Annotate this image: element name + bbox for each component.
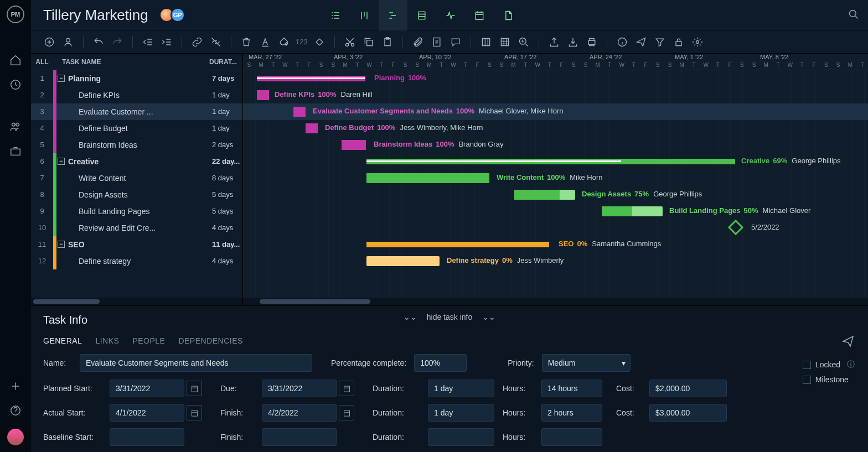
planned-duration-input[interactable] [428,380,494,397]
settings-icon[interactable] [689,34,706,50]
gantt-scrollbar[interactable] [243,298,868,305]
actual-start-input[interactable] [110,404,184,422]
list-view-icon[interactable] [321,0,350,30]
gantt-row[interactable]: Define Budget100%Jess Wimberly, Mike Hor… [243,120,868,137]
people-icon[interactable] [9,121,22,133]
help-icon[interactable] [9,404,22,417]
locked-checkbox[interactable]: Lockedⓘ [803,360,855,370]
plus-icon[interactable] [9,380,22,392]
table-row[interactable]: 6 −Creative 22 day... [31,153,242,170]
planned-hours-input[interactable] [541,380,602,397]
activity-view-icon[interactable] [436,0,465,30]
milestone-checkbox[interactable]: Milestone [803,375,855,384]
unlink-icon[interactable] [208,34,224,50]
milestone-tool-icon[interactable] [311,34,328,50]
columns-icon[interactable] [478,34,494,50]
expand-icon[interactable]: − [58,241,65,248]
expand-icon[interactable]: − [58,75,65,82]
table-row[interactable]: 10 Review and Edit Cre... 4 days [31,220,242,236]
col-duration[interactable]: DURAT... [209,58,242,66]
baseline-hours-input[interactable] [541,428,602,446]
indent-icon[interactable] [158,34,175,50]
actual-finish-input[interactable] [262,404,337,422]
assign-icon[interactable] [60,34,76,50]
gantt-row[interactable]: SEO0%Samantha Cummings [243,236,868,253]
gantt-row[interactable]: Define strategy0%Jess Wimberly [243,253,868,269]
due-input[interactable] [262,380,337,397]
gantt-view-icon[interactable] [379,0,407,30]
table-row[interactable]: 8 Design Assets 5 days [31,186,242,203]
filter-icon[interactable] [652,34,668,50]
col-all[interactable]: ALL [31,58,53,66]
info-icon[interactable] [614,34,631,50]
table-row[interactable]: 7 Write Content 8 days [31,170,242,186]
user-avatar[interactable] [7,429,24,445]
planned-cost-input[interactable] [649,380,727,397]
outdent-icon[interactable] [140,34,156,50]
clock-icon[interactable] [9,79,22,91]
cut-icon[interactable] [342,34,358,50]
gantt-row[interactable]: 5/2/2022 [243,220,868,236]
grid-icon[interactable] [497,34,513,50]
calendar-view-icon[interactable] [465,0,494,30]
table-row[interactable]: 9 Build Landing Pages 5 days [31,203,242,220]
print-icon[interactable] [583,34,600,50]
tab-links[interactable]: LINKS [95,336,119,345]
table-row[interactable]: 3 Evaluate Customer ... 1 day [31,103,242,120]
project-members[interactable]: GP [163,8,185,22]
fill-color-icon[interactable] [276,34,292,50]
redo-icon[interactable] [109,34,126,50]
app-logo[interactable]: PM [7,6,24,23]
lock-icon[interactable] [670,34,687,50]
send-icon[interactable] [633,34,649,50]
table-row[interactable]: 1 −Planning 7 days [31,70,242,87]
tab-people[interactable]: PEOPLE [132,336,165,345]
gantt-row[interactable]: Write Content100%Mike Horn [243,170,868,186]
actual-cost-input[interactable] [649,404,727,422]
send-icon[interactable] [841,335,855,350]
delete-icon[interactable] [238,34,255,50]
text-color-icon[interactable] [257,34,273,50]
toolbar-123[interactable]: 123 [294,38,309,46]
search-icon[interactable] [848,9,859,22]
table-row[interactable]: 2 Define KPIs 1 day [31,87,242,103]
undo-icon[interactable] [90,34,107,50]
link-icon[interactable] [189,34,205,50]
priority-select[interactable]: Medium▾ [542,354,631,372]
tab-general[interactable]: GENERAL [43,336,82,345]
grid-scrollbar[interactable] [31,298,242,305]
calendar-icon[interactable] [339,381,354,396]
actual-hours-input[interactable] [541,404,602,422]
zoom-icon[interactable] [515,34,532,50]
files-view-icon[interactable] [494,0,523,30]
table-row[interactable]: 12 Define strategy 4 days [31,253,242,269]
gantt-row[interactable]: Build Landing Pages50%Michael Glover [243,203,868,220]
home-icon[interactable] [9,54,22,66]
board-view-icon[interactable] [350,0,379,30]
add-task-icon[interactable] [41,34,58,50]
pct-input[interactable] [414,354,467,372]
calendar-icon[interactable] [187,405,202,420]
baseline-finish-input[interactable] [262,428,337,446]
table-row[interactable]: 5 Brainstorm Ideas 2 days [31,137,242,153]
gantt-row[interactable]: Brainstorm Ideas100%Brandon Gray [243,137,868,153]
col-task-name[interactable]: TASK NAME [56,58,209,66]
calendar-icon[interactable] [339,405,354,420]
hide-task-info[interactable]: ⌄⌄ hide task info ⌄⌄ [404,313,496,321]
attachment-icon[interactable] [410,34,426,50]
baseline-start-input[interactable] [110,428,184,446]
gantt-row[interactable]: Define KPIs100%Daren Hill [243,87,868,103]
gantt-row[interactable]: Planning100% [243,70,868,87]
planned-start-input[interactable] [110,380,184,397]
table-row[interactable]: 11 −SEO 11 day... [31,236,242,253]
paste-icon[interactable] [379,34,396,50]
export-icon[interactable] [546,34,562,50]
gantt-body[interactable]: Planning100% Define KPIs100%Daren Hill E… [243,70,868,298]
notes-icon[interactable] [428,34,445,50]
name-input[interactable] [80,354,312,372]
briefcase-icon[interactable] [9,145,22,157]
actual-duration-input[interactable] [428,404,494,422]
sheet-view-icon[interactable] [407,0,436,30]
gantt-row[interactable]: Design Assets75%George Phillips [243,186,868,203]
calendar-icon[interactable] [187,381,202,396]
